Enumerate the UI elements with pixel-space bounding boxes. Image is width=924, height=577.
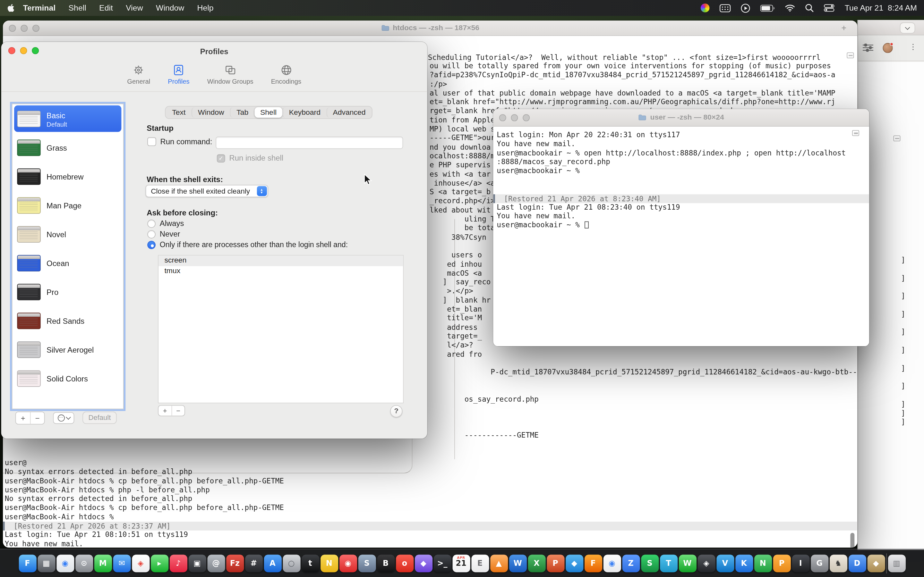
battery-icon[interactable] bbox=[760, 5, 775, 11]
tab[interactable]: Tab bbox=[230, 107, 254, 118]
wifi-icon[interactable] bbox=[785, 4, 795, 12]
profile-avatar[interactable] bbox=[883, 43, 893, 53]
dock-app-icon[interactable]: t bbox=[301, 554, 319, 572]
dock-app-icon[interactable]: ◆ bbox=[415, 554, 432, 572]
profile-row[interactable]: Homebrew bbox=[13, 162, 123, 191]
chevron-down-button[interactable] bbox=[900, 23, 915, 34]
htdocs-titlebar[interactable]: htdocs — -zsh — 187×56 + bbox=[3, 21, 857, 36]
tab[interactable]: Advanced bbox=[326, 107, 372, 118]
menu-bar-clock[interactable]: Tue Apr 21 8:24 AM bbox=[845, 3, 917, 13]
dock-app-icon[interactable]: B bbox=[377, 554, 395, 572]
control-center-icon[interactable] bbox=[824, 4, 835, 12]
run-command-input[interactable] bbox=[216, 137, 403, 149]
profile-row[interactable]: Man Page bbox=[13, 191, 123, 219]
dock-app-icon[interactable]: ○ bbox=[283, 554, 300, 572]
dock-app-icon[interactable]: ◈ bbox=[132, 554, 150, 572]
dock-app-icon[interactable]: ▸ bbox=[150, 554, 168, 572]
dock-app-icon[interactable]: I bbox=[792, 554, 809, 572]
profile-row[interactable]: Red Sands bbox=[13, 306, 123, 335]
dock-app-icon[interactable]: >_ bbox=[433, 554, 451, 572]
dock-app-icon[interactable]: o bbox=[396, 554, 413, 572]
active-app-menu[interactable]: Terminal bbox=[23, 3, 56, 13]
remove-process-button[interactable]: − bbox=[171, 406, 184, 416]
dock-app-icon[interactable]: ♪ bbox=[170, 554, 187, 572]
dock-app-icon[interactable]: ▥ bbox=[888, 554, 905, 572]
dock-app-icon[interactable]: ◆ bbox=[867, 554, 885, 572]
dock-app-icon[interactable]: ◆ bbox=[565, 554, 583, 572]
profile-row[interactable]: Silver Aerogel bbox=[13, 335, 123, 364]
dock-app-icon[interactable]: @ bbox=[207, 554, 225, 572]
dock-app-icon[interactable]: F bbox=[19, 554, 36, 572]
menu-item[interactable]: Help bbox=[197, 3, 214, 13]
profile-row[interactable]: Novel bbox=[13, 219, 123, 248]
sliders-icon[interactable] bbox=[863, 44, 873, 52]
dock-app-icon[interactable]: V bbox=[716, 554, 734, 572]
menu-item[interactable]: Window bbox=[156, 3, 184, 13]
process-list-item[interactable]: tmux bbox=[158, 266, 403, 276]
grid-icon[interactable] bbox=[720, 4, 731, 12]
dock-app-icon[interactable]: N bbox=[320, 554, 338, 572]
toolbar-item-general[interactable]: General bbox=[127, 61, 150, 91]
dock-app-icon[interactable]: ◈ bbox=[698, 554, 715, 572]
more-menu-icon[interactable]: ⋮ bbox=[909, 42, 917, 51]
run-inside-shell-checkbox[interactable]: ✓ bbox=[217, 154, 225, 162]
radio-never[interactable]: Never bbox=[147, 229, 180, 239]
dock-app-icon[interactable]: X bbox=[528, 554, 545, 572]
dock-app-icon[interactable]: ⊙ bbox=[75, 554, 93, 572]
shell-exits-popup[interactable]: Close if the shell exited cleanly ▴▾ bbox=[145, 185, 268, 197]
dock-app-icon[interactable]: ▦ bbox=[37, 554, 55, 572]
dock-app-icon[interactable]: ♞ bbox=[829, 554, 847, 572]
dock-app-icon[interactable]: K bbox=[735, 554, 753, 572]
run-command-checkbox[interactable] bbox=[147, 137, 156, 146]
menu-item[interactable]: Shell bbox=[69, 3, 86, 13]
menu-item[interactable]: Edit bbox=[99, 3, 113, 13]
scrollbar-thumb[interactable] bbox=[850, 533, 855, 548]
dock-app-icon[interactable]: Fz bbox=[226, 554, 244, 572]
dock-app-icon[interactable]: Z bbox=[622, 554, 640, 572]
profile-actions-button[interactable]: ⋯ bbox=[53, 412, 74, 424]
add-profile-button[interactable]: + bbox=[16, 412, 30, 424]
tab[interactable]: Shell bbox=[254, 107, 283, 118]
spotlight-icon[interactable] bbox=[805, 3, 814, 13]
add-process-button[interactable]: + bbox=[158, 406, 171, 416]
default-button[interactable]: Default bbox=[82, 412, 117, 424]
user-titlebar[interactable]: user — -zsh — 80×24 bbox=[493, 109, 869, 127]
dock-app-icon[interactable]: N bbox=[754, 554, 772, 572]
dock-app-icon[interactable]: ✉ bbox=[113, 554, 131, 572]
dock-app-icon[interactable]: T bbox=[660, 554, 677, 572]
dock-app-icon[interactable]: G bbox=[811, 554, 828, 572]
dock-app-icon[interactable]: W bbox=[509, 554, 527, 572]
dock-app-icon[interactable]: ▣ bbox=[188, 554, 206, 572]
apple-icon[interactable] bbox=[7, 3, 15, 13]
dock-app-icon[interactable]: S bbox=[641, 554, 658, 572]
tab[interactable]: Keyboard bbox=[282, 107, 326, 118]
new-tab-button[interactable]: + bbox=[838, 23, 849, 32]
toolbar-item-profiles[interactable]: Profiles bbox=[168, 61, 189, 91]
dock-app-icon[interactable]: F bbox=[584, 554, 602, 572]
dock-app-icon[interactable]: P bbox=[773, 554, 790, 572]
profile-row[interactable]: Pro bbox=[13, 277, 123, 306]
tab-list-icon[interactable] bbox=[852, 130, 859, 136]
dock-app-icon[interactable]: # bbox=[245, 554, 262, 572]
dock-app-icon[interactable]: ◉ bbox=[56, 554, 74, 572]
profile-row[interactable]: Solid Colors bbox=[13, 364, 123, 393]
dock-app-icon[interactable]: W bbox=[678, 554, 696, 572]
tab[interactable]: Text bbox=[166, 107, 192, 118]
dock-app-icon[interactable]: ◉ bbox=[339, 554, 357, 572]
profile-row[interactable]: Grass bbox=[13, 133, 123, 162]
help-button[interactable]: ? bbox=[390, 405, 403, 418]
dock-app-icon[interactable] bbox=[886, 553, 887, 573]
dock-app-icon[interactable]: ▲ bbox=[490, 554, 507, 572]
dock-app-icon[interactable]: S bbox=[358, 554, 376, 572]
profile-row[interactable]: Ocean bbox=[13, 248, 123, 277]
profile-row[interactable]: Basic Default bbox=[14, 105, 121, 132]
toolbar-item-window-groups[interactable]: Window Groups bbox=[207, 61, 254, 91]
toolbar-item-encodings[interactable]: Encodings bbox=[271, 61, 301, 91]
menu-item[interactable]: View bbox=[126, 3, 143, 13]
dock-app-icon[interactable]: A bbox=[264, 554, 281, 572]
radio-always[interactable]: Always bbox=[147, 219, 184, 228]
colorful-app-icon[interactable] bbox=[701, 3, 710, 13]
dock-app-icon[interactable]: E bbox=[471, 554, 489, 572]
process-list-item[interactable]: screen bbox=[158, 255, 403, 266]
dock-app-icon[interactable]: ◉ bbox=[603, 554, 621, 572]
